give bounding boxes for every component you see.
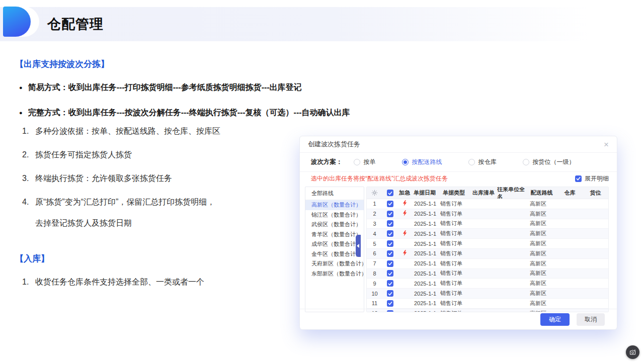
route-item[interactable]: 高新区（数量合计）: [305, 200, 364, 210]
radio-icon[interactable]: [523, 159, 529, 165]
cell-warehouse: [556, 259, 584, 268]
checkbox-checked-icon[interactable]: [387, 300, 393, 307]
cancel-button[interactable]: 取消: [577, 313, 605, 326]
cell-slot: [584, 209, 607, 219]
table-row[interactable]: 72025-1-1销售订单高新区: [367, 259, 608, 269]
row-checkbox[interactable]: [382, 299, 397, 308]
plan-option[interactable]: 按货位（一级）: [523, 158, 575, 166]
cell-warehouse: [556, 289, 584, 298]
cell-unit: [497, 239, 527, 248]
checkbox-checked-icon[interactable]: [387, 250, 393, 257]
urgent-cell: [397, 239, 412, 248]
route-item[interactable]: 金牛区（数量合计）: [305, 249, 364, 259]
cell-list: [470, 229, 497, 238]
plan-option[interactable]: 按单: [354, 158, 376, 166]
dialog-footer: 确定 取消: [300, 309, 617, 329]
row-checkbox[interactable]: [382, 239, 397, 248]
column-header: 往来单位全名: [497, 187, 527, 199]
table-row[interactable]: 112025-1-1销售订单高新区: [367, 299, 608, 309]
row-checkbox[interactable]: [382, 219, 397, 229]
task-table: 加急单据日期单据类型出库清单往来单位全名配送路线仓库货位 12025-1-1销售…: [366, 187, 609, 312]
table-row[interactable]: 52025-1-1销售订单高新区: [367, 239, 608, 249]
table-row[interactable]: 102025-1-1销售订单高新区: [367, 289, 608, 299]
row-index: 4: [367, 229, 382, 238]
row-checkbox[interactable]: [382, 269, 397, 279]
route-item[interactable]: 青羊区（数量合计）: [305, 230, 364, 240]
urgent-cell: [397, 299, 412, 308]
cell-date: 2025-1-1: [412, 209, 438, 219]
radio-icon[interactable]: [468, 159, 475, 165]
radio-icon[interactable]: [354, 159, 360, 165]
table-row[interactable]: 12025-1-1销售订单高新区: [367, 199, 608, 209]
table-row[interactable]: 62025-1-1销售订单高新区: [367, 249, 608, 259]
row-checkbox[interactable]: [382, 229, 397, 238]
sidebar-collapse-handle[interactable]: [356, 235, 361, 257]
route-item[interactable]: 成华区（数量合计）: [305, 239, 364, 249]
table-row[interactable]: 22025-1-1销售订单高新区: [367, 209, 608, 219]
plan-option[interactable]: 按仓库: [468, 158, 497, 166]
cell-unit: [497, 279, 527, 288]
table-row[interactable]: 92025-1-1销售订单高新区: [367, 279, 608, 289]
bullet-item: ●简易方式：收到出库任务---打印拣货明细---参考纸质拣货明细拣货---出库登…: [19, 75, 350, 100]
route-item[interactable]: 东部新区（数量合计）: [305, 269, 364, 279]
column-header: 出库清单: [470, 187, 497, 199]
route-item[interactable]: 锦江区（数量合计）: [305, 210, 364, 220]
table-row[interactable]: 82025-1-1销售订单高新区: [367, 269, 608, 279]
urgent-cell: [397, 279, 412, 288]
row-checkbox[interactable]: [382, 259, 397, 268]
outbound-feature-list: 1.多种分波依据：按单、按配送线路、按仓库、按库区2.拣货任务可指定拣货人拣货3…: [22, 121, 220, 236]
checkbox-checked-icon[interactable]: [575, 175, 582, 182]
route-item[interactable]: 天府新区（数量合计）: [305, 259, 364, 269]
cell-route: 高新区: [527, 259, 556, 268]
select-all-checkbox[interactable]: [382, 187, 397, 199]
confirm-button[interactable]: 确定: [540, 313, 570, 326]
row-checkbox[interactable]: [382, 289, 397, 298]
checkbox-checked-icon[interactable]: [387, 240, 393, 247]
slide: 仓配管理 【出库支持按波次分拣】 ●简易方式：收到出库任务---打印拣货明细--…: [0, 0, 644, 362]
cell-slot: [584, 229, 607, 238]
plan-option[interactable]: 按配送路线: [402, 158, 442, 166]
route-item[interactable]: 武侯区（数量合计）: [305, 220, 364, 230]
feature-list-item: 2.拣货任务可指定拣货人拣货: [22, 144, 220, 165]
hint-text: 选中的出库任务将按“配送路线”汇总成波次拣货任务: [311, 174, 448, 183]
checkbox-checked-icon[interactable]: [387, 280, 393, 287]
cell-date: 2025-1-1: [412, 259, 438, 268]
checkbox-checked-icon[interactable]: [387, 270, 393, 277]
section-heading-outbound: 【出库支持按波次分拣】: [15, 58, 109, 70]
table-row[interactable]: 42025-1-1销售订单高新区: [367, 229, 608, 239]
expand-detail-checkbox[interactable]: 展开明细: [575, 174, 609, 183]
checkbox-checked-icon[interactable]: [387, 290, 393, 297]
close-icon[interactable]: ×: [604, 140, 609, 149]
checkbox-checked-icon[interactable]: [387, 190, 393, 196]
cell-unit: [497, 229, 527, 238]
dialog-main: 全部路线 高新区（数量合计）锦江区（数量合计）武侯区（数量合计）青羊区（数量合计…: [300, 185, 617, 312]
cell-route: 高新区: [527, 209, 556, 219]
cell-route: 高新区: [527, 219, 556, 229]
checkbox-checked-icon[interactable]: [387, 220, 393, 227]
column-settings-gear-icon[interactable]: [367, 187, 382, 199]
cell-date: 2025-1-1: [412, 269, 438, 279]
cell-slot: [584, 219, 607, 229]
row-checkbox[interactable]: [382, 209, 397, 219]
row-index: 3: [367, 219, 382, 229]
row-checkbox[interactable]: [382, 199, 397, 209]
column-header: 配送路线: [527, 187, 556, 199]
row-checkbox[interactable]: [382, 249, 397, 258]
cell-list: [470, 209, 497, 219]
checkbox-checked-icon[interactable]: [387, 230, 393, 237]
checkbox-checked-icon[interactable]: [387, 211, 393, 217]
cell-unit: [497, 289, 527, 298]
checkbox-checked-icon[interactable]: [387, 201, 393, 207]
section-heading-inbound: 【入库】: [15, 253, 49, 264]
screenshot-camera-badge[interactable]: [626, 345, 639, 359]
cell-unit: [497, 269, 527, 279]
cell-list: [470, 299, 497, 308]
checkbox-checked-icon[interactable]: [387, 260, 393, 267]
cell-list: [470, 269, 497, 279]
route-list: 高新区（数量合计）锦江区（数量合计）武侯区（数量合计）青羊区（数量合计）成华区（…: [305, 200, 364, 279]
route-sidebar-header: 全部路线: [305, 187, 364, 200]
cell-slot: [584, 299, 607, 308]
row-checkbox[interactable]: [382, 279, 397, 288]
table-row[interactable]: 32025-1-1销售订单高新区: [367, 219, 608, 229]
radio-icon[interactable]: [402, 159, 409, 165]
